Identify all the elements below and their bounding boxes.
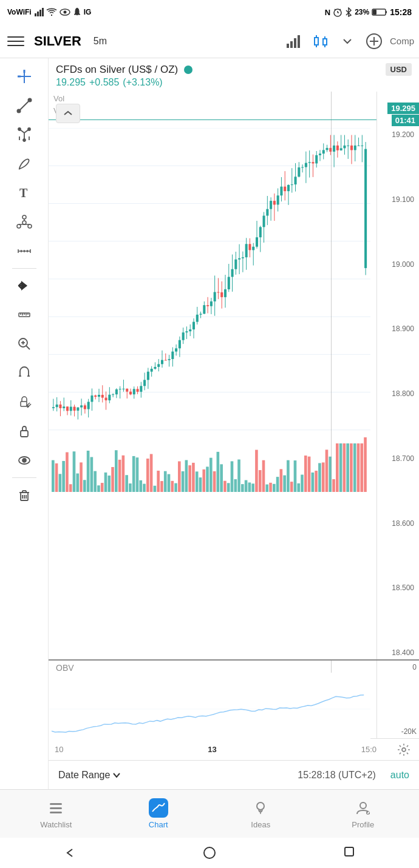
price-level-9: 18.400 bbox=[380, 648, 417, 657]
hamburger-menu[interactable] bbox=[5, 30, 27, 52]
current-price-line bbox=[49, 119, 376, 120]
chart-label: Chart bbox=[149, 820, 168, 829]
nav-tab-watchlist[interactable]: Watchlist bbox=[5, 793, 107, 834]
battery-label: 23% bbox=[355, 8, 369, 16]
chart-type-icon[interactable] bbox=[310, 30, 332, 52]
zoom-tool[interactable] bbox=[10, 331, 39, 357]
profile-icon bbox=[353, 798, 373, 818]
price-level-3: 19.000 bbox=[380, 260, 417, 269]
crosshair-tool[interactable] bbox=[10, 63, 39, 90]
candle-chart-wrapper[interactable]: Vol Vol 19.295 01:41 19.200 19.100 19.00… bbox=[49, 92, 419, 659]
svg-rect-85 bbox=[50, 803, 62, 805]
visibility-tool[interactable] bbox=[10, 447, 39, 474]
obv-scale-bottom: -20K bbox=[380, 727, 417, 736]
price-current: 19.295 bbox=[56, 77, 86, 88]
obv-scale-top: 0 bbox=[380, 663, 417, 671]
obv-label: OBV bbox=[56, 663, 74, 673]
nav-tab-profile[interactable]: Profile bbox=[312, 793, 415, 834]
price-symbol-row: CFDs on Silver (US$ / OZ) USD bbox=[56, 63, 412, 76]
chart-nav-icon bbox=[149, 798, 168, 818]
draw-tool[interactable] bbox=[10, 150, 39, 177]
date-range-button[interactable]: Date Range bbox=[58, 770, 121, 781]
compare-label[interactable]: Comp bbox=[390, 36, 414, 46]
svg-rect-69 bbox=[21, 402, 27, 406]
price-change-pct: (+3.13%) bbox=[123, 77, 162, 88]
vowifi-label: VoWiFi bbox=[7, 8, 32, 16]
status-bar: VoWiFi IG N bbox=[0, 0, 419, 24]
profile-label: Profile bbox=[352, 820, 374, 829]
notification-icon bbox=[73, 7, 81, 17]
price-level-6: 18.700 bbox=[380, 454, 417, 463]
signal-bars-icon[interactable] bbox=[283, 30, 305, 52]
volume-canvas bbox=[49, 431, 370, 492]
svg-rect-1 bbox=[37, 12, 39, 16]
measure-tool[interactable] bbox=[10, 238, 39, 264]
android-home-button[interactable] bbox=[197, 841, 222, 865]
candlestick-canvas[interactable] bbox=[49, 128, 370, 468]
ticker-title[interactable]: SILVER bbox=[34, 33, 81, 49]
price-info-bar: CFDs on Silver (US$ / OZ) USD 19.295 +0.… bbox=[49, 58, 419, 92]
live-indicator bbox=[184, 66, 192, 74]
top-nav: SILVER 5m bbox=[0, 24, 419, 58]
svg-point-39 bbox=[18, 128, 21, 130]
svg-line-64 bbox=[26, 346, 30, 349]
add-compare-button[interactable] bbox=[363, 30, 385, 52]
svg-rect-13 bbox=[373, 10, 376, 15]
obv-scale: 0 -20K bbox=[376, 661, 419, 738]
back-button[interactable] bbox=[10, 272, 39, 299]
line-tool[interactable] bbox=[10, 92, 39, 119]
time-label: 15:28 bbox=[390, 7, 412, 17]
eye-status-icon bbox=[60, 8, 70, 16]
price-change: +0.585 bbox=[89, 77, 119, 88]
alarm-icon bbox=[333, 7, 342, 17]
nav-tab-ideas[interactable]: Ideas bbox=[210, 793, 312, 834]
date-range-label: Date Range bbox=[58, 770, 110, 781]
pitchfork-tool[interactable] bbox=[10, 121, 39, 148]
android-recents-button[interactable] bbox=[337, 841, 361, 865]
trash-tool[interactable] bbox=[10, 482, 39, 508]
svg-rect-0 bbox=[35, 13, 36, 16]
collapse-volume-button[interactable] bbox=[56, 104, 80, 123]
svg-rect-2 bbox=[39, 10, 41, 16]
svg-line-42 bbox=[19, 169, 20, 169]
time-label-10: 10 bbox=[55, 745, 63, 754]
bluetooth-icon bbox=[345, 7, 352, 17]
left-toolbar: T bbox=[0, 58, 49, 789]
svg-text:T: T bbox=[19, 186, 28, 200]
network-tool[interactable] bbox=[10, 209, 39, 235]
price-level-4: 18.900 bbox=[380, 325, 417, 333]
ig-label: IG bbox=[84, 8, 92, 16]
chart-settings-button[interactable] bbox=[389, 742, 419, 757]
ideas-label: Ideas bbox=[251, 820, 270, 829]
svg-point-91 bbox=[360, 802, 366, 809]
svg-rect-73 bbox=[21, 431, 28, 437]
svg-point-46 bbox=[28, 224, 32, 228]
svg-point-84 bbox=[402, 748, 406, 752]
price-level-5: 18.800 bbox=[380, 389, 417, 398]
ruler-tool[interactable] bbox=[10, 301, 39, 328]
obv-canvas bbox=[49, 673, 370, 745]
svg-point-33 bbox=[28, 99, 31, 102]
magnet-tool[interactable] bbox=[10, 360, 39, 386]
timeframe-button[interactable]: 5m bbox=[94, 36, 107, 47]
svg-point-88 bbox=[257, 802, 264, 810]
svg-point-45 bbox=[17, 224, 21, 228]
signal-icon bbox=[34, 7, 44, 17]
price-level-8: 18.500 bbox=[380, 584, 417, 592]
price-change-row: 19.295 +0.585 (+3.13%) bbox=[56, 76, 412, 89]
nav-icons: Comp bbox=[283, 30, 414, 52]
text-tool[interactable]: T bbox=[10, 180, 39, 206]
price-level-2: 19.100 bbox=[380, 195, 417, 204]
nav-tab-chart[interactable]: Chart bbox=[107, 793, 210, 834]
lock-edit-tool[interactable] bbox=[10, 389, 39, 415]
price-scale: 19.295 01:41 19.200 19.100 19.000 18.900… bbox=[376, 92, 419, 659]
android-back-button[interactable] bbox=[58, 841, 82, 865]
chart-options-chevron[interactable] bbox=[336, 30, 358, 52]
svg-rect-94 bbox=[345, 847, 353, 856]
auto-button[interactable]: auto bbox=[390, 770, 409, 781]
main-content: T bbox=[0, 58, 419, 789]
svg-point-5 bbox=[63, 11, 66, 14]
lock-tool[interactable] bbox=[10, 418, 39, 445]
price-level-1: 19.200 bbox=[380, 130, 417, 139]
watchlist-label: Watchlist bbox=[40, 820, 72, 829]
